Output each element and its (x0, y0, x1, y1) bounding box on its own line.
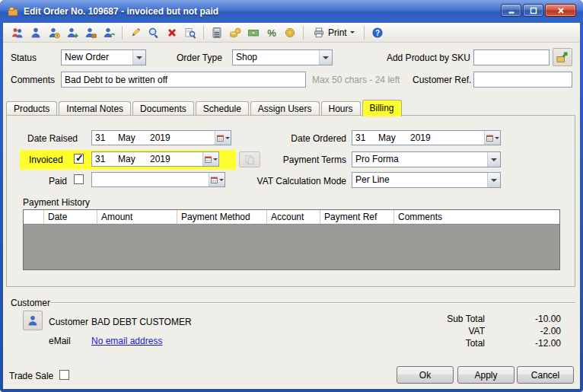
customer-name-label: Customer (49, 317, 88, 327)
add-customer-button[interactable] (64, 24, 81, 41)
svg-text:?: ? (375, 28, 380, 37)
date-raised-dropdown[interactable] (215, 131, 231, 145)
sub-total-value: -10.00 (494, 314, 561, 324)
chevron-down-icon (491, 158, 497, 164)
payment-terms-dropdown[interactable] (487, 152, 500, 167)
month-segment[interactable]: May (118, 132, 150, 145)
discount-button[interactable]: % (263, 24, 280, 41)
month-segment[interactable]: May (118, 154, 150, 166)
delete-button[interactable] (164, 24, 180, 41)
customer-ref-input[interactable] (473, 72, 572, 88)
calculator-button[interactable] (209, 24, 225, 41)
close-button[interactable] (545, 4, 576, 17)
tab-internal-notes[interactable]: Internal Notes (59, 101, 131, 116)
edit-button[interactable] (127, 24, 144, 41)
day-segment[interactable]: 31 (355, 132, 378, 145)
minimize-button[interactable] (501, 4, 521, 17)
customer-lookup-button[interactable] (23, 311, 43, 330)
email-link[interactable]: No email address (91, 336, 162, 346)
status-combo-dropdown[interactable] (132, 50, 145, 65)
tab-documents[interactable]: Documents (132, 101, 194, 116)
row-header-cell (24, 210, 44, 224)
search-button[interactable] (182, 24, 199, 41)
vat-total-label: VAT (421, 326, 485, 336)
chevron-down-icon (491, 179, 497, 185)
minimize-icon (507, 6, 516, 15)
print-button[interactable]: Print (308, 24, 359, 41)
banknote-icon (247, 27, 260, 39)
cash-button[interactable] (245, 24, 262, 41)
apply-button[interactable]: Apply (457, 366, 515, 384)
currency-button[interactable] (282, 24, 298, 41)
chevron-down-icon (219, 179, 224, 183)
tab-hours[interactable]: Hours (321, 101, 361, 116)
payment-terms-combo[interactable]: Pro Forma (352, 151, 501, 167)
tab-products[interactable]: Products (6, 101, 57, 116)
payments-button[interactable] (227, 24, 244, 41)
add-sku-button[interactable] (553, 48, 572, 66)
cancel-button[interactable]: Cancel (517, 366, 574, 384)
invoiced-date-value: 31 May 2019 (92, 152, 202, 166)
add-product-sku-input[interactable] (473, 49, 550, 65)
year-segment[interactable]: 2019 (150, 154, 180, 166)
customer-history-button[interactable] (46, 24, 62, 41)
year-segment[interactable]: 2019 (410, 132, 441, 145)
tab-schedule[interactable]: Schedule (196, 101, 249, 116)
customers-button[interactable] (9, 24, 26, 41)
user-add-icon (66, 27, 78, 39)
tab-assign-users[interactable]: Assign Users (250, 101, 320, 116)
invoiced-date-picker[interactable]: 31 May 2019 (91, 151, 219, 167)
customer-button[interactable] (27, 24, 44, 41)
status-label: Status (11, 53, 37, 63)
user-briefcase-icon (84, 27, 97, 39)
ok-button[interactable]: Ok (397, 366, 454, 384)
date-ordered-dropdown[interactable] (484, 131, 500, 145)
edit-order-window: Edit Order No. 109687 - invoiced but not… (0, 0, 583, 392)
order-type-combo-dropdown[interactable] (319, 50, 332, 65)
day-segment[interactable]: 31 (95, 132, 118, 145)
sub-total-label: Sub Total (421, 314, 485, 324)
order-type-combo[interactable]: Shop (232, 49, 333, 65)
maximize-button[interactable] (523, 4, 543, 17)
printer-icon (313, 27, 325, 39)
day-segment[interactable]: 31 (95, 154, 118, 166)
percent-icon: % (266, 27, 278, 39)
search-document-icon (184, 27, 196, 39)
order-type-label: Order Type (177, 53, 222, 63)
invoiced-checkbox[interactable] (74, 154, 84, 164)
user-icon (27, 314, 39, 327)
titlebar[interactable]: Edit Order No. 109687 - invoiced but not… (0, 0, 583, 23)
help-button[interactable]: ? (369, 24, 386, 41)
paid-date-dropdown[interactable] (209, 173, 225, 186)
date-ordered-picker[interactable]: 31 May 2019 (352, 130, 501, 145)
chevron-down-icon (213, 158, 218, 163)
payment-terms-label: Payment Terms (270, 155, 346, 165)
paid-date-picker[interactable] (91, 172, 225, 187)
customer-section-divider (50, 302, 575, 304)
trade-sale-checkbox[interactable] (59, 370, 69, 380)
status-combo[interactable]: New Order (61, 49, 146, 65)
user-clock-icon (48, 27, 60, 39)
payment-terms-value: Pro Forma (352, 152, 487, 167)
toolbar: % Print ? (3, 23, 580, 43)
invoiced-label: Invoiced (29, 155, 63, 165)
maximize-icon (529, 6, 538, 15)
year-segment[interactable]: 2019 (150, 132, 180, 145)
date-raised-picker[interactable]: 31 May 2019 (91, 130, 231, 145)
customer-accounts-button[interactable] (82, 24, 99, 41)
invoiced-date-dropdown[interactable] (202, 152, 218, 166)
view-button[interactable] (145, 24, 162, 41)
paid-checkbox[interactable] (74, 174, 84, 184)
tab-billing[interactable]: Billing (362, 100, 402, 116)
comments-input[interactable] (61, 72, 306, 88)
refresh-customer-button[interactable] (100, 24, 117, 41)
vat-mode-label: VAT Calculation Mode (251, 176, 346, 186)
payment-history-table: Date Amount Payment Method Account Payme… (23, 209, 560, 270)
status-value: New Order (62, 50, 132, 65)
vat-mode-value: Per Line (352, 173, 487, 187)
copy-document-icon (244, 155, 255, 165)
vat-mode-combo[interactable]: Per Line (352, 172, 501, 188)
month-segment[interactable]: May (378, 132, 410, 145)
total-value: -12.00 (494, 338, 561, 349)
vat-mode-dropdown[interactable] (487, 173, 500, 187)
